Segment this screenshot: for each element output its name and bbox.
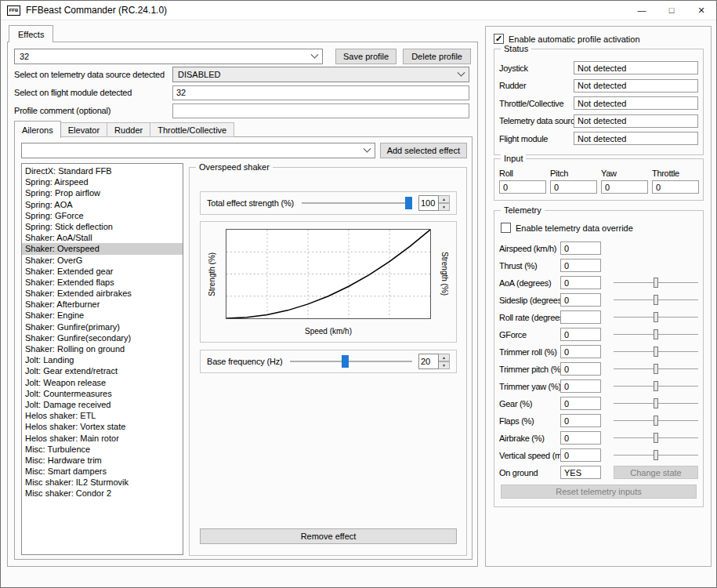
spin-up-icon[interactable]: ▲: [439, 195, 450, 203]
slider-thumb[interactable]: [654, 398, 658, 408]
effect-list-item[interactable]: Shaker: Rolling on ground: [22, 343, 183, 354]
tab-throttle-collective[interactable]: Throttle/Collective: [150, 122, 234, 137]
effect-list-item[interactable]: Spring: Airspeed: [22, 176, 183, 187]
slider-thumb[interactable]: [654, 364, 658, 374]
status-value-field[interactable]: [574, 132, 698, 145]
telemetry-value-field[interactable]: [560, 379, 601, 393]
strength-slider[interactable]: [302, 196, 412, 210]
frequency-value-input[interactable]: [418, 354, 439, 369]
telemetry-value-field[interactable]: [560, 345, 601, 358]
effect-list-item[interactable]: Shaker: Engine: [22, 310, 183, 321]
delete-profile-button[interactable]: Delete profile: [403, 49, 471, 64]
effect-list-item[interactable]: Shaker: Extended gear: [22, 266, 183, 277]
telemetry-slider[interactable]: [614, 448, 698, 462]
telemetry-value-field[interactable]: [560, 259, 601, 272]
telemetry-slider[interactable]: [614, 362, 698, 376]
input-axis-field[interactable]: [550, 180, 597, 194]
telemetry-slider[interactable]: [614, 293, 698, 307]
effect-list-item[interactable]: Misc: Smart dampers: [22, 466, 183, 477]
input-axis-field[interactable]: [499, 180, 546, 194]
slider-thumb[interactable]: [342, 355, 349, 368]
effect-list-item[interactable]: Helos shaker: Main rotor: [22, 433, 183, 444]
telemetry-slider[interactable]: [614, 414, 698, 427]
status-value-field[interactable]: [574, 114, 698, 128]
slider-thumb[interactable]: [654, 329, 658, 339]
minimize-button[interactable]: —: [627, 1, 657, 20]
slider-thumb[interactable]: [654, 312, 658, 322]
close-button[interactable]: ✕: [686, 1, 716, 20]
save-profile-button[interactable]: Save profile: [335, 49, 397, 64]
telemetry-source-select[interactable]: DISABLED: [172, 67, 469, 82]
slider-thumb[interactable]: [654, 381, 658, 391]
reset-telemetry-button[interactable]: Reset telemetry inputs: [501, 485, 697, 499]
telemetry-value-field[interactable]: [560, 310, 601, 324]
telemetry-override-checkbox[interactable]: [501, 223, 511, 233]
effect-list-item[interactable]: Shaker: Gunfire(secondary): [22, 332, 183, 343]
telemetry-value-field[interactable]: [560, 431, 601, 445]
remove-effect-button[interactable]: Remove effect: [200, 528, 457, 544]
on-ground-field[interactable]: [560, 466, 601, 479]
telemetry-value-field[interactable]: [560, 414, 601, 427]
slider-thumb[interactable]: [654, 450, 658, 460]
telemetry-value-field[interactable]: [560, 328, 601, 341]
effect-list-item[interactable]: Shaker: Afterburner: [22, 299, 183, 310]
telemetry-slider[interactable]: [614, 397, 698, 410]
profile-comment-input[interactable]: [172, 103, 469, 118]
telemetry-value-field[interactable]: [560, 241, 601, 255]
effect-select[interactable]: [21, 143, 375, 158]
auto-profile-checkbox[interactable]: [494, 34, 504, 44]
slider-thumb[interactable]: [654, 295, 658, 305]
spin-down-icon[interactable]: ▼: [439, 203, 450, 211]
effect-list-item[interactable]: Jolt: Landing: [22, 354, 183, 365]
tab-effects[interactable]: Effects: [9, 25, 53, 42]
effect-list-item[interactable]: Jolt: Countermeasures: [22, 388, 183, 399]
effect-list-item[interactable]: Spring: AOA: [22, 199, 183, 210]
effect-list-item[interactable]: Jolt: Damage received: [22, 399, 183, 410]
telemetry-value-field[interactable]: [560, 362, 601, 376]
telemetry-slider[interactable]: [614, 345, 698, 358]
telemetry-slider[interactable]: [614, 310, 698, 324]
slider-thumb[interactable]: [654, 278, 658, 288]
effect-list-item[interactable]: Misc shaker: IL2 Sturmovik: [22, 477, 183, 488]
effect-list-item[interactable]: Shaker: Gunfire(primary): [22, 321, 183, 332]
effect-list-item[interactable]: Shaker: Extended flaps: [22, 277, 183, 288]
maximize-button[interactable]: □: [657, 1, 686, 20]
telemetry-slider[interactable]: [614, 328, 698, 341]
tab-rudder[interactable]: Rudder: [107, 122, 150, 137]
telemetry-slider[interactable]: [614, 379, 698, 393]
effect-list-item[interactable]: Shaker: Extended airbrakes: [22, 288, 183, 299]
effect-list-item[interactable]: Misc: Hardware trim: [22, 455, 183, 466]
profile-select[interactable]: 32: [14, 49, 323, 64]
effect-list-item[interactable]: Jolt: Gear extend/retract: [22, 365, 183, 376]
effect-list-item[interactable]: Spring: GForce: [22, 210, 183, 221]
effect-list-item[interactable]: Helos shaker: ETL: [22, 410, 183, 421]
effect-list-item[interactable]: Misc shaker: Condor 2: [22, 488, 183, 499]
telemetry-slider[interactable]: [614, 431, 698, 445]
telemetry-value-field[interactable]: [560, 293, 601, 307]
effect-list-item[interactable]: Spring: Prop airflow: [22, 187, 183, 198]
slider-thumb[interactable]: [654, 416, 658, 426]
slider-thumb[interactable]: [654, 433, 658, 443]
effect-list-item[interactable]: Shaker: OverG: [22, 255, 183, 266]
add-effect-button[interactable]: Add selected effect: [380, 143, 467, 158]
effect-list-item[interactable]: Jolt: Weapon release: [22, 377, 183, 388]
spin-down-icon[interactable]: ▼: [439, 361, 450, 369]
input-axis-field[interactable]: [601, 180, 648, 194]
telemetry-slider[interactable]: [614, 276, 698, 289]
status-value-field[interactable]: [574, 61, 698, 74]
telemetry-value-field[interactable]: [560, 276, 601, 289]
tab-elevator[interactable]: Elevator: [61, 122, 107, 137]
tab-ailerons[interactable]: Ailerons: [14, 121, 61, 138]
strength-value-input[interactable]: [418, 195, 439, 211]
flight-module-input[interactable]: [172, 85, 469, 100]
status-value-field[interactable]: [574, 96, 698, 110]
status-value-field[interactable]: [574, 79, 698, 93]
telemetry-value-field[interactable]: [560, 397, 601, 410]
effect-list-item[interactable]: Helos shaker: Vortex state: [22, 421, 183, 432]
spin-up-icon[interactable]: ▲: [439, 354, 450, 361]
effect-list-item[interactable]: Misc: Turbulence: [22, 444, 183, 455]
slider-thumb[interactable]: [654, 347, 658, 357]
slider-thumb[interactable]: [405, 197, 412, 209]
effect-list-item[interactable]: Shaker: AoA/Stall: [22, 232, 183, 243]
effect-list-item[interactable]: DirectX: Standard FFB: [22, 165, 183, 176]
